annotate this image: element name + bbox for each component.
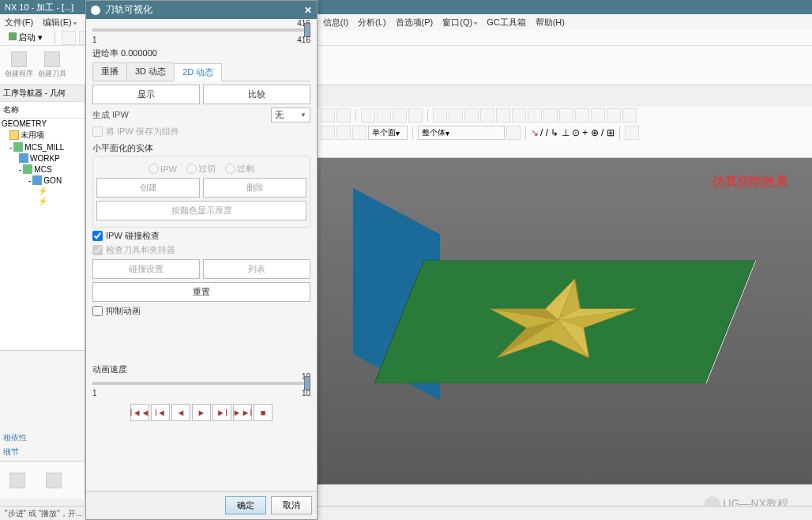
viewport-toolbars: 单个面 ▾ 整个体 ▾ ↘ / / ↳ ⊥ ⊙ + ⊕ / ⊞: [318, 107, 812, 158]
cancel-button[interactable]: 取消: [271, 496, 312, 514]
menu-prefs[interactable]: 首选项(P): [396, 17, 434, 28]
vp-tool-icon[interactable]: [496, 108, 510, 122]
viewport-3d[interactable]: 仿真切削效果: [318, 158, 812, 484]
vp-tool-icon[interactable]: [464, 108, 479, 122]
vp-tool-icon[interactable]: [622, 108, 637, 122]
vp-tool-icon[interactable]: [377, 108, 391, 122]
workpiece-icon: [32, 175, 42, 185]
vp-tool-icon[interactable]: [321, 126, 335, 140]
menu-window[interactable]: 窗口(Q): [442, 17, 477, 28]
first-frame-button[interactable]: I◄◄: [130, 404, 149, 421]
tab-3d-dynamic[interactable]: 3D 动态: [126, 62, 175, 81]
ok-button[interactable]: 确定: [225, 496, 266, 514]
radio-gouge[interactable]: 过切: [186, 163, 216, 175]
feedrate-label: 进给率 0.000000: [92, 47, 310, 59]
menu-analysis[interactable]: 分析(L): [358, 17, 385, 28]
save-ipw-checkbox[interactable]: 将 IPW 保存为组件: [92, 126, 310, 138]
nav-header: 工序导航器 - 几何: [0, 85, 85, 102]
playback-controls: I◄◄ I◄ ◄ ► ►I ►►I ■: [92, 404, 310, 421]
nav-tab-detail[interactable]: 细节: [3, 447, 81, 458]
tool-holder-checkbox[interactable]: 检查刀具和夹持器: [92, 244, 310, 256]
menu-help[interactable]: 帮助(H): [536, 17, 565, 28]
collision-check-checkbox[interactable]: IPW 碰撞检查: [92, 230, 310, 242]
ribbon-item[interactable]: 创建刀具: [36, 49, 68, 81]
status-text: "步进" 或 "播放"，开...: [5, 509, 82, 518]
menu-info[interactable]: 信息(I): [323, 17, 348, 28]
dialog-body: 416 1 416 进给率 0.000000 重播 3D 动态 2D 动态 显示…: [86, 19, 317, 491]
vp-tool-icon[interactable]: [625, 126, 639, 140]
anim-speed-label: 动画速度: [92, 364, 310, 375]
tree-row-workp[interactable]: WORKP: [0, 153, 85, 164]
vp-tool-icon[interactable]: [393, 108, 407, 122]
radio-ipw[interactable]: IPW: [148, 163, 177, 175]
gear-icon: [91, 6, 100, 15]
bottom-btn[interactable]: [38, 463, 70, 497]
delete-button[interactable]: 删除: [203, 178, 306, 198]
vp-tool-icon[interactable]: [352, 126, 367, 140]
vp-select-face[interactable]: 单个面 ▾: [368, 126, 408, 140]
list-button[interactable]: 列表: [203, 259, 310, 279]
vp-tool-icon[interactable]: [321, 108, 335, 122]
bottom-btn[interactable]: [2, 463, 33, 497]
nav-tree[interactable]: GEOMETRY 未用项 - MCS_MILL WORKP - MCS - GO…: [0, 119, 85, 350]
step-back-button[interactable]: ◄: [171, 404, 190, 421]
show-button[interactable]: 显示: [92, 85, 200, 104]
play-button[interactable]: ►: [192, 404, 211, 421]
tree-row-op[interactable]: ⚡: [0, 186, 85, 196]
vp-tool-icon[interactable]: [559, 108, 573, 122]
vp-tool-icon[interactable]: [591, 108, 605, 122]
menu-file[interactable]: 文件(F): [5, 17, 33, 28]
vp-select-body[interactable]: 整个体 ▾: [418, 126, 505, 140]
vp-tool-icon[interactable]: [449, 108, 463, 122]
create-button[interactable]: 创建: [96, 178, 200, 198]
ribbon-item[interactable]: 创建程序: [3, 49, 35, 81]
suppress-anim-checkbox[interactable]: 抑制动画: [92, 305, 310, 317]
dialog-titlebar[interactable]: 刀轨可视化 ✕: [86, 1, 317, 19]
vp-tool-icon[interactable]: [528, 108, 542, 122]
speed-slider[interactable]: 10 1 10: [92, 377, 310, 398]
menu-edit[interactable]: 编辑(E): [43, 17, 77, 28]
vp-tool-icon[interactable]: [480, 108, 494, 122]
vp-tool-icon[interactable]: [433, 108, 447, 122]
close-icon[interactable]: ✕: [304, 5, 312, 16]
color-thickness-button[interactable]: 按颜色显示厚度: [96, 201, 306, 220]
tree-row-geometry[interactable]: GEOMETRY: [0, 119, 85, 129]
radio-excess[interactable]: 过剩: [225, 163, 254, 175]
last-frame-button[interactable]: ►►I: [233, 404, 252, 421]
toolpath-visualization-dialog: 刀轨可视化 ✕ 416 1 416 进给率 0.000000 重播 3D 动态 …: [85, 0, 318, 520]
tree-row-op[interactable]: ⚡: [0, 196, 85, 206]
vp-tool-icon[interactable]: [607, 108, 621, 122]
vp-tool-icon[interactable]: [408, 108, 423, 122]
menu-gctools[interactable]: GC工具箱: [487, 17, 526, 28]
vp-tool-icon[interactable]: [336, 126, 351, 140]
toolbar-icon[interactable]: [62, 31, 76, 45]
start-button[interactable]: 启动 ▾: [3, 30, 48, 45]
vp-tool-icon[interactable]: [506, 126, 521, 140]
vp-tool-icon[interactable]: [361, 108, 375, 122]
app-title-text: NX 10 - 加工 - [...]: [5, 2, 73, 12]
workpiece-icon: [19, 153, 28, 163]
dialog-footer: 确定 取消: [86, 491, 317, 519]
mcs-icon: [23, 164, 32, 174]
tree-row-mcs-mill[interactable]: - MCS_MILL: [0, 141, 85, 153]
stop-button[interactable]: ■: [254, 404, 273, 421]
reset-button[interactable]: 重置: [92, 282, 310, 302]
vp-tool-icon[interactable]: [336, 108, 351, 122]
tree-row-unused[interactable]: 未用项: [0, 129, 85, 141]
prev-frame-button[interactable]: I◄: [151, 404, 170, 421]
vp-tool-icon[interactable]: [512, 108, 526, 122]
frame-slider[interactable]: 416 1 416: [92, 24, 310, 44]
mcs-icon: [13, 142, 23, 152]
tree-row-gon[interactable]: - GON: [0, 175, 85, 186]
collision-settings-button[interactable]: 碰撞设置: [92, 259, 200, 279]
tab-2d-dynamic[interactable]: 2D 动态: [174, 63, 222, 81]
next-frame-button[interactable]: ►I: [212, 404, 231, 421]
vp-tool-icon[interactable]: [575, 108, 589, 122]
vp-tool-icon[interactable]: [543, 108, 558, 122]
nav-tab-depend[interactable]: 相依性: [3, 432, 81, 443]
gen-ipw-select[interactable]: 无▼: [271, 107, 310, 122]
tab-replay[interactable]: 重播: [92, 62, 127, 81]
folder-icon: [9, 130, 19, 140]
tree-row-mcs[interactable]: - MCS: [0, 164, 85, 175]
compare-button[interactable]: 比较: [203, 85, 310, 104]
